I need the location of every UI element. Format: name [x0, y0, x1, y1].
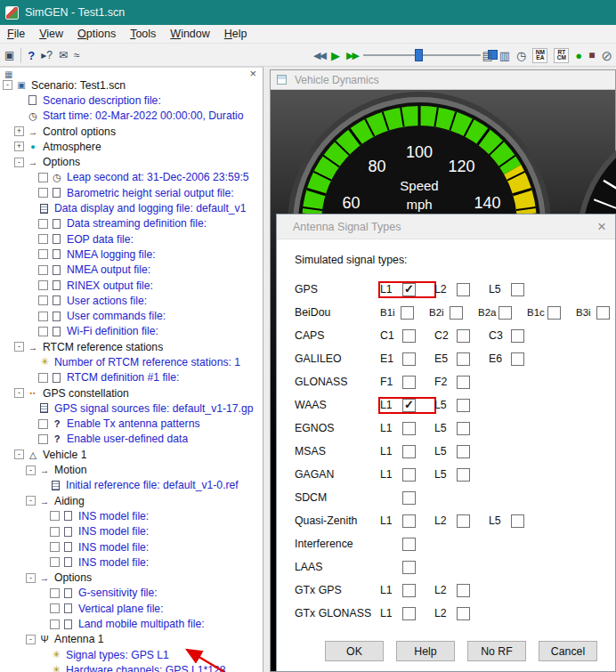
- collapse-icon[interactable]: -: [14, 342, 24, 352]
- tree-item[interactable]: +●Atmosphere: [0, 139, 263, 154]
- tree-checkbox[interactable]: [38, 249, 48, 259]
- signal-icon[interactable]: ≈: [74, 50, 80, 61]
- signal-checkbox[interactable]: [511, 352, 524, 366]
- signal-checkbox[interactable]: [402, 584, 416, 597]
- signal-checkbox[interactable]: [457, 352, 470, 366]
- nmea-toggle-icon[interactable]: NM EA: [532, 48, 547, 63]
- rtcm-toggle-icon[interactable]: RT CM: [554, 48, 569, 63]
- signal-checkbox[interactable]: [596, 306, 610, 320]
- tree-item[interactable]: ◷Start time: 02-Mar-2022 00:00:00, Durat…: [0, 109, 263, 124]
- collapse-icon[interactable]: -: [14, 388, 24, 398]
- menu-view[interactable]: View: [32, 26, 70, 42]
- context-help-icon[interactable]: ▸?: [41, 50, 53, 61]
- signal-checkbox[interactable]: [402, 329, 416, 343]
- tree-item[interactable]: User actions file:: [0, 293, 263, 308]
- cancel-button[interactable]: Cancel: [539, 641, 597, 661]
- menu-help[interactable]: Help: [217, 26, 255, 42]
- tree-checkbox[interactable]: [38, 296, 48, 305]
- tree-item[interactable]: -→Motion: [0, 462, 263, 477]
- tree-item[interactable]: +→Control options: [0, 124, 263, 139]
- tree-checkbox[interactable]: [50, 619, 60, 629]
- ok-button[interactable]: OK: [325, 641, 384, 661]
- tree-checkbox[interactable]: [50, 603, 60, 613]
- titlebar[interactable]: SimGEN - Test1.scn: [0, 0, 616, 25]
- tree-item[interactable]: Wi-Fi definition file:: [0, 324, 263, 339]
- signal-checkbox[interactable]: [547, 306, 561, 320]
- tree-item[interactable]: NMEA logging file:: [0, 247, 263, 262]
- tree-item[interactable]: INS model file:: [0, 539, 263, 555]
- signal-checkbox[interactable]: [457, 514, 470, 528]
- panels-icon[interactable]: ▣: [4, 50, 14, 61]
- mail-icon[interactable]: ✉: [59, 50, 68, 61]
- menu-window[interactable]: Window: [163, 26, 216, 42]
- tree-item[interactable]: Barometric height serial output file:: [0, 185, 263, 200]
- tree-item[interactable]: Initial reference file: default_v1-0.ref: [0, 478, 263, 493]
- tree-item[interactable]: -▪▪GPS constellation: [0, 385, 263, 401]
- tree-item[interactable]: -→Options: [0, 154, 263, 169]
- tree-item[interactable]: ?Enable Tx antenna patterns: [0, 417, 263, 432]
- tree-item[interactable]: Data streaming definition file:: [0, 216, 263, 231]
- tree-item[interactable]: ?Enable user-defined data: [0, 432, 263, 447]
- play-button[interactable]: ▶: [331, 50, 340, 61]
- collapse-icon[interactable]: -: [26, 573, 36, 583]
- tree-item[interactable]: -△Vehicle 1: [0, 447, 263, 462]
- tree-checkbox[interactable]: [38, 188, 48, 198]
- collapse-icon[interactable]: -: [14, 158, 24, 167]
- tree-item[interactable]: INS model file:: [0, 524, 263, 539]
- tree-item[interactable]: NMEA output file:: [0, 263, 263, 278]
- tree-item[interactable]: G-sensitivity file:: [0, 586, 263, 601]
- expand-icon[interactable]: +: [14, 126, 24, 136]
- tree-item[interactable]: -▣Scenario: Test1.scn: [0, 77, 263, 93]
- signal-checkbox[interactable]: [402, 376, 416, 389]
- signal-checkbox[interactable]: [457, 399, 470, 412]
- signal-checkbox[interactable]: [402, 399, 416, 412]
- tree-item[interactable]: User commands file:: [0, 308, 263, 323]
- tree-checkbox[interactable]: [50, 511, 60, 521]
- tree-checkbox[interactable]: [38, 419, 48, 429]
- signal-checkbox[interactable]: [457, 607, 470, 620]
- tree-item[interactable]: GPS signal sources file: default_v1-17.g…: [0, 401, 263, 416]
- tree-checkbox[interactable]: [38, 234, 48, 244]
- tile-rows-icon[interactable]: ▤: [482, 50, 492, 61]
- tree-item[interactable]: Vertical plane file:: [0, 601, 263, 616]
- tree-checkbox[interactable]: [38, 434, 48, 444]
- tree-item[interactable]: -→RTCM reference stations: [0, 339, 263, 354]
- tree-checkbox[interactable]: [38, 373, 48, 383]
- signal-checkbox[interactable]: [402, 538, 416, 551]
- tree-item[interactable]: ◷Leap second at: 31-Dec-2006 23:59:5: [0, 170, 263, 185]
- collapse-icon[interactable]: -: [26, 635, 36, 644]
- signal-checkbox[interactable]: [457, 283, 470, 296]
- tree-checkbox[interactable]: [38, 280, 48, 290]
- signal-checkbox[interactable]: [402, 607, 416, 620]
- signal-checkbox[interactable]: [511, 514, 524, 528]
- help-icon[interactable]: ?: [28, 50, 35, 61]
- run-status-icon[interactable]: ●: [575, 50, 582, 61]
- dialog-close-icon[interactable]: ×: [597, 219, 606, 234]
- tree-item[interactable]: INS model file:: [0, 508, 263, 523]
- expand-icon[interactable]: +: [14, 142, 24, 151]
- tree-checkbox[interactable]: [50, 542, 60, 552]
- tree-checkbox[interactable]: [38, 265, 48, 275]
- signal-checkbox[interactable]: [402, 468, 416, 482]
- tree-item[interactable]: Land mobile multipath file:: [0, 616, 263, 631]
- tree-item[interactable]: RINEX output file:: [0, 278, 263, 293]
- collapse-icon[interactable]: -: [26, 466, 36, 475]
- vehicle-dynamics-titlebar[interactable]: Vehicle Dynamics: [271, 70, 615, 90]
- signal-checkbox[interactable]: [511, 329, 524, 343]
- signal-checkbox[interactable]: [457, 445, 470, 458]
- signal-checkbox[interactable]: [402, 445, 416, 458]
- tree-item[interactable]: -→Aiding: [0, 493, 263, 508]
- collapse-icon[interactable]: -: [26, 496, 36, 506]
- signal-checkbox[interactable]: [457, 422, 470, 435]
- fast-forward-button[interactable]: ▶▶: [346, 51, 358, 61]
- tree-checkbox[interactable]: [38, 219, 48, 229]
- tree-item[interactable]: Data display and logging file: default_v…: [0, 200, 263, 215]
- signal-checkbox[interactable]: [457, 376, 470, 389]
- tree-checkbox[interactable]: [50, 557, 60, 567]
- signal-checkbox[interactable]: [498, 306, 512, 320]
- collapse-icon[interactable]: -: [14, 449, 24, 459]
- tree-checkbox[interactable]: [38, 327, 48, 336]
- tile-columns-icon[interactable]: ▥: [499, 50, 510, 61]
- slider-thumb[interactable]: [415, 49, 423, 61]
- signal-checkbox[interactable]: [402, 422, 416, 435]
